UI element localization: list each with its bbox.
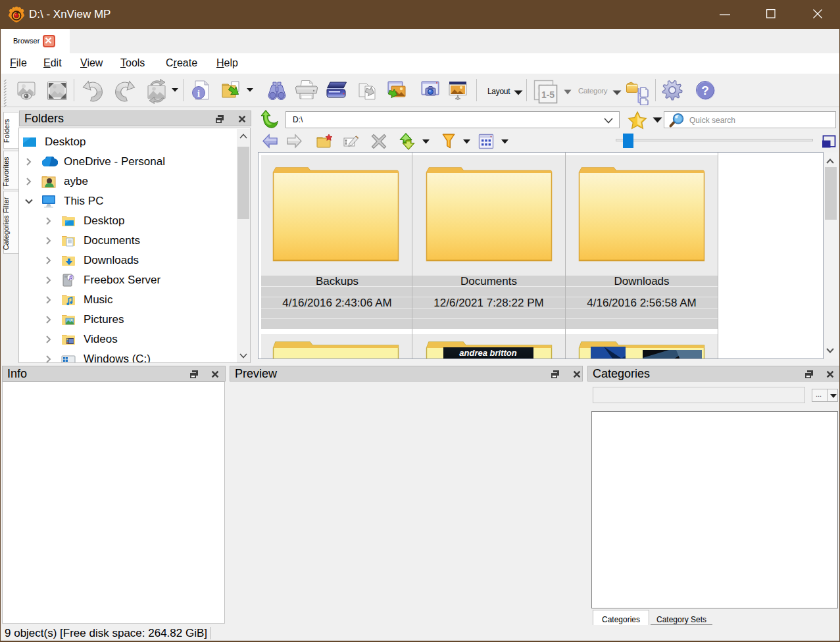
svg-text:?: ? — [701, 84, 709, 97]
svg-text:1-5: 1-5 — [541, 89, 555, 100]
svg-text:andrea britton: andrea britton — [459, 348, 516, 358]
svg-text:i: i — [197, 89, 200, 99]
